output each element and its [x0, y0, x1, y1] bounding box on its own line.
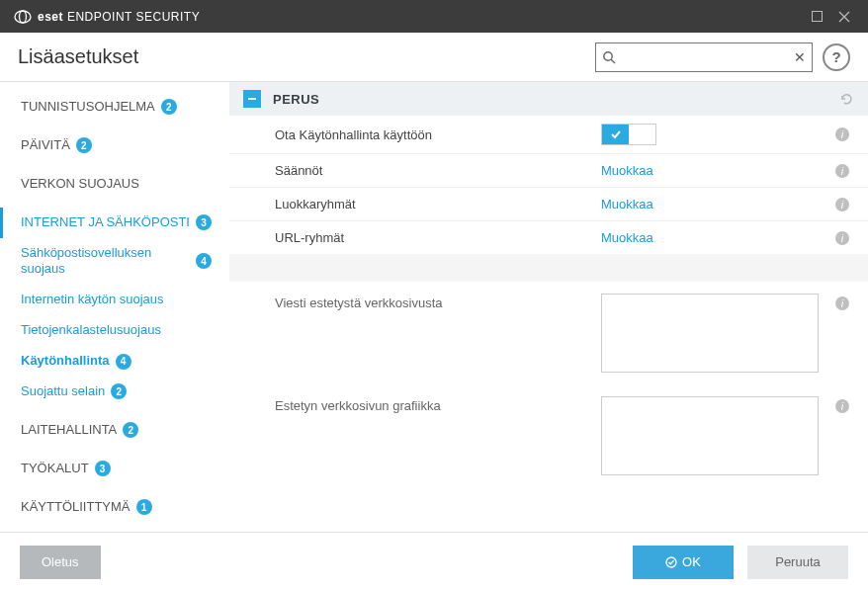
- nav-tools[interactable]: TYÖKALUT3: [0, 454, 229, 484]
- row-label: Säännöt: [275, 163, 601, 178]
- minus-icon: [247, 94, 257, 104]
- badge: 3: [196, 214, 212, 230]
- section-title: PERUS: [273, 92, 319, 107]
- nav-sub-web-access[interactable]: Internetin käytön suojaus: [0, 285, 229, 315]
- info-button[interactable]: i: [834, 396, 850, 414]
- row-url-groups: URL-ryhmät Muokkaa i: [229, 220, 868, 254]
- collapse-toggle[interactable]: [243, 90, 261, 108]
- nav-sub-secure-browser[interactable]: Suojattu selain2: [0, 377, 229, 407]
- cancel-button[interactable]: Peruuta: [747, 546, 848, 579]
- search-box[interactable]: ✕: [595, 42, 813, 72]
- titlebar: eset ENDPOINT SECURITY: [0, 0, 868, 33]
- nav-detection-engine[interactable]: TUNNISTUSOHJELMA2: [0, 92, 229, 123]
- info-icon: i: [834, 127, 850, 142]
- badge: 2: [161, 99, 177, 115]
- info-icon: i: [834, 163, 850, 179]
- content-panel: PERUS Ota Käytönhallinta käyttöön i Sään…: [229, 82, 868, 532]
- blocked-message-textarea[interactable]: [601, 294, 819, 373]
- svg-point-18: [666, 557, 676, 567]
- badge: 2: [76, 137, 92, 153]
- edit-rules-link[interactable]: Muokkaa: [601, 163, 653, 178]
- toggle-enable-web-control[interactable]: [601, 124, 656, 145]
- search-clear-button[interactable]: ✕: [788, 49, 812, 65]
- check-icon: [610, 128, 622, 140]
- info-icon: i: [834, 296, 850, 311]
- badge: 4: [116, 354, 131, 370]
- page-title: Lisäasetukset: [18, 45, 138, 68]
- nav-sub-email-client[interactable]: Sähköpostisovelluksen suojaus4: [0, 238, 229, 286]
- svg-rect-2: [812, 12, 822, 22]
- brand-rest: ENDPOINT SECURITY: [67, 10, 200, 24]
- badge: 2: [111, 383, 127, 399]
- info-icon: i: [834, 197, 850, 212]
- section-reset-button[interactable]: [838, 91, 854, 107]
- info-button[interactable]: i: [834, 197, 850, 212]
- nav-update[interactable]: PÄIVITÄ2: [0, 130, 229, 161]
- nav-sub-web-control[interactable]: Käytönhallinta4: [0, 346, 229, 377]
- window-maximize-button[interactable]: [803, 3, 830, 31]
- svg-point-0: [15, 11, 31, 23]
- window-close-button[interactable]: [830, 3, 858, 31]
- info-button[interactable]: i: [834, 230, 850, 246]
- nav-ui[interactable]: KÄYTTÖLIITTYMÄ1: [0, 492, 229, 523]
- row-label: Ota Käytönhallinta käyttöön: [275, 127, 601, 142]
- footer: Oletus OK Peruuta: [0, 532, 868, 591]
- header: Lisäasetukset ✕ ?: [0, 33, 868, 82]
- svg-line-4: [611, 59, 615, 63]
- eset-logo-icon: [14, 10, 32, 24]
- nav-sub-antiphishing[interactable]: Tietojenkalastelusuojaus: [0, 315, 229, 346]
- ok-button[interactable]: OK: [633, 546, 734, 579]
- nav-internet-email[interactable]: INTERNET JA SÄHKÖPOSTI3: [0, 208, 229, 238]
- row-rules: Säännöt Muokkaa i: [229, 153, 868, 187]
- badge: 4: [196, 253, 212, 269]
- info-icon: i: [834, 398, 850, 414]
- ok-check-icon: [665, 556, 677, 568]
- edit-category-groups-link[interactable]: Muokkaa: [601, 197, 653, 211]
- search-icon: [596, 50, 622, 64]
- row-label: Luokkaryhmät: [275, 197, 601, 211]
- row-category-groups: Luokkaryhmät Muokkaa i: [229, 187, 868, 220]
- toggle-on: [602, 125, 629, 144]
- nav-network-protection[interactable]: VERKON SUOJAUS: [0, 169, 229, 200]
- badge: 3: [95, 461, 111, 476]
- maximize-icon: [812, 11, 823, 22]
- close-icon: [838, 11, 850, 23]
- row-label: URL-ryhmät: [275, 230, 601, 245]
- toggle-off: [629, 125, 655, 144]
- svg-point-1: [20, 11, 27, 23]
- info-button[interactable]: i: [834, 163, 850, 179]
- search-input[interactable]: [622, 43, 788, 71]
- undo-icon: [838, 91, 854, 107]
- sidebar: TUNNISTUSOHJELMA2 PÄIVITÄ2 VERKON SUOJAU…: [0, 82, 229, 532]
- default-button[interactable]: Oletus: [20, 546, 101, 579]
- row-blocked-message: Viesti estetystä verkkosivusta i: [229, 282, 868, 384]
- row-blocked-graphic: Estetyn verkkosivun grafiikka i: [229, 384, 868, 487]
- badge: 1: [136, 499, 152, 515]
- help-button[interactable]: ?: [823, 43, 850, 71]
- info-button[interactable]: i: [834, 294, 850, 311]
- svg-point-3: [604, 51, 612, 59]
- brand-bold: eset: [38, 10, 63, 24]
- nav-device-control[interactable]: LAITEHALLINTA2: [0, 415, 229, 446]
- info-icon: i: [834, 230, 850, 246]
- row-label: Viesti estetystä verkkosivusta: [275, 294, 601, 310]
- row-label: Estetyn verkkosivun grafiikka: [275, 396, 601, 413]
- row-enable-web-control: Ota Käytönhallinta käyttöön i: [229, 116, 868, 153]
- blocked-graphic-textarea[interactable]: [601, 396, 819, 475]
- info-button[interactable]: i: [834, 127, 850, 142]
- badge: 2: [123, 422, 138, 438]
- section-gap: [229, 254, 868, 282]
- section-header-basic: PERUS: [229, 82, 868, 116]
- app-brand: eset ENDPOINT SECURITY: [14, 10, 200, 24]
- edit-url-groups-link[interactable]: Muokkaa: [601, 230, 653, 245]
